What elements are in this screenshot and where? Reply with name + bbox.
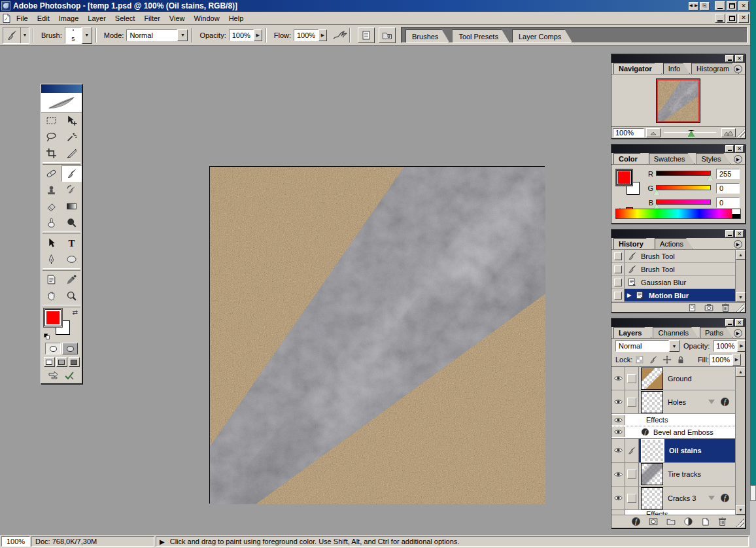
layer-style-fx-icon[interactable] [720, 493, 730, 503]
blue-slider[interactable] [656, 197, 711, 208]
collapse-effects-icon[interactable] [708, 496, 715, 500]
history-source-cell[interactable] [611, 263, 625, 275]
window-forward-icon[interactable]: ⎘ [700, 2, 710, 10]
color-ramp[interactable] [615, 209, 741, 219]
chevron-down-icon[interactable]: ▼ [82, 27, 92, 44]
panel-close-button[interactable]: ✕ [735, 55, 744, 62]
scroll-up-icon[interactable]: ▲ [736, 250, 746, 260]
chevron-down-icon[interactable]: ▼ [177, 29, 188, 41]
zoom-out-button[interactable] [646, 128, 661, 137]
fullscreen-mode-button[interactable] [69, 357, 80, 367]
history-state-selected[interactable]: ▶Motion Blur [611, 289, 735, 302]
panel-title-bar[interactable]: ✕ [611, 145, 745, 153]
panel-menu-icon[interactable]: ▶ [734, 65, 742, 73]
doc-restore-button[interactable] [727, 14, 737, 23]
tab-layers[interactable]: Layers [613, 327, 651, 338]
tab-swatches[interactable]: Swatches [649, 153, 695, 164]
tool-brush[interactable] [61, 165, 82, 182]
link-cell[interactable] [625, 487, 639, 509]
canvas[interactable] [209, 166, 545, 504]
tab-navigator[interactable]: Navigator [613, 63, 662, 74]
default-colors-icon[interactable] [44, 334, 50, 340]
slider-arrow-icon[interactable]: ▶ [254, 29, 262, 41]
airbrush-icon[interactable] [332, 29, 349, 41]
panel-minimize-button[interactable] [725, 55, 734, 62]
visibility-eye-icon[interactable] [611, 439, 625, 462]
effect-row-bevel-emboss[interactable]: Bevel and Emboss [611, 426, 735, 439]
edit-in-imageready-icon[interactable] [48, 370, 61, 381]
tool-history-brush[interactable] [61, 182, 82, 198]
toggle-palettes-button[interactable] [358, 27, 375, 43]
new-group-icon[interactable] [666, 517, 676, 526]
panel-title-bar[interactable]: ✕ [611, 54, 745, 63]
status-doc-info[interactable]: Doc: 768,0K/7,30M [31, 536, 154, 547]
layer-fill-field[interactable]: 100% ▶ [709, 354, 741, 366]
panel-minimize-button[interactable] [725, 230, 734, 237]
effects-header-row[interactable]: Effects [611, 414, 735, 426]
brush-preset-picker[interactable]: 5 ▼ [65, 27, 92, 44]
red-value-field[interactable]: 255 [716, 169, 740, 179]
black-white-swatches[interactable] [732, 209, 740, 218]
slider-thumb[interactable] [707, 175, 713, 180]
visibility-eye-icon[interactable] [611, 487, 625, 509]
tool-path-selection[interactable] [41, 235, 61, 251]
new-snapshot-icon[interactable] [704, 303, 714, 313]
collapse-effects-icon[interactable] [708, 400, 715, 404]
history-source-cell[interactable] [611, 289, 625, 301]
tool-smudge[interactable] [41, 214, 61, 231]
tab-channels[interactable]: Channels [653, 327, 698, 338]
lock-position-icon[interactable] [662, 355, 672, 364]
file-browser-button[interactable] [379, 27, 396, 43]
history-state[interactable]: Brush Tool [611, 250, 735, 263]
visibility-eye-icon[interactable] [611, 367, 625, 390]
layer-row-cracks-3[interactable]: Cracks 3 [611, 487, 735, 510]
tab-history[interactable]: History [613, 238, 653, 249]
menu-edit[interactable]: Edit [33, 13, 54, 24]
green-value-field[interactable]: 0 [716, 183, 740, 194]
status-zoom-field[interactable]: 100% [1, 536, 30, 547]
imageready-check-icon[interactable] [64, 370, 75, 381]
standard-screen-mode-button[interactable] [44, 357, 55, 367]
tool-preset-picker[interactable]: ▼ [3, 27, 29, 44]
menu-window[interactable]: Window [190, 13, 224, 24]
layer-thumbnail[interactable] [641, 391, 663, 413]
tool-zoom[interactable] [61, 288, 82, 304]
slider-thumb[interactable] [688, 130, 695, 137]
history-source-cell[interactable] [611, 276, 625, 288]
menu-file[interactable]: File [12, 13, 33, 24]
panel-close-button[interactable]: ✕ [735, 230, 744, 237]
layer-thumbnail[interactable] [641, 463, 663, 485]
arrow-right-icon[interactable]: ▶ [160, 538, 165, 545]
navigator-zoom-field[interactable]: 100% [613, 128, 644, 137]
add-layer-mask-icon[interactable] [648, 517, 659, 526]
scroll-up-icon[interactable]: ▲ [736, 367, 745, 377]
green-slider[interactable] [656, 183, 711, 194]
new-adjustment-layer-icon[interactable] [683, 517, 693, 526]
link-cell[interactable] [625, 367, 639, 390]
app-minimize-button[interactable] [715, 1, 725, 10]
doc-minimize-button[interactable] [715, 14, 725, 23]
foreground-color-swatch[interactable] [617, 170, 632, 185]
panel-menu-icon[interactable]: ▶ [734, 240, 742, 248]
panel-minimize-button[interactable] [725, 319, 734, 326]
layer-row-oil-stains[interactable]: Oil stains [611, 439, 735, 463]
tool-magic-wand[interactable] [61, 129, 82, 145]
delete-state-icon[interactable] [721, 303, 730, 313]
resize-grip[interactable] [736, 303, 744, 312]
tab-actions[interactable]: Actions [655, 238, 693, 249]
new-document-from-state-icon[interactable] [687, 303, 697, 313]
tool-crop[interactable] [41, 145, 61, 162]
tab-brushes[interactable]: Brushes [405, 29, 449, 43]
lock-paint-icon[interactable] [649, 355, 658, 364]
visibility-eye-icon[interactable] [611, 390, 625, 413]
red-slider[interactable] [656, 169, 711, 179]
visibility-eye-icon[interactable] [611, 427, 625, 437]
lock-all-icon[interactable] [676, 355, 685, 364]
panel-title-bar[interactable]: ✕ [611, 318, 745, 327]
link-cell[interactable] [625, 390, 639, 413]
add-layer-style-icon[interactable] [631, 517, 641, 526]
panel-close-button[interactable]: ✕ [735, 319, 744, 326]
swap-colors-icon[interactable]: ⇄ [73, 309, 78, 316]
document-icon[interactable] [1, 13, 12, 24]
tool-type[interactable] [61, 235, 82, 251]
